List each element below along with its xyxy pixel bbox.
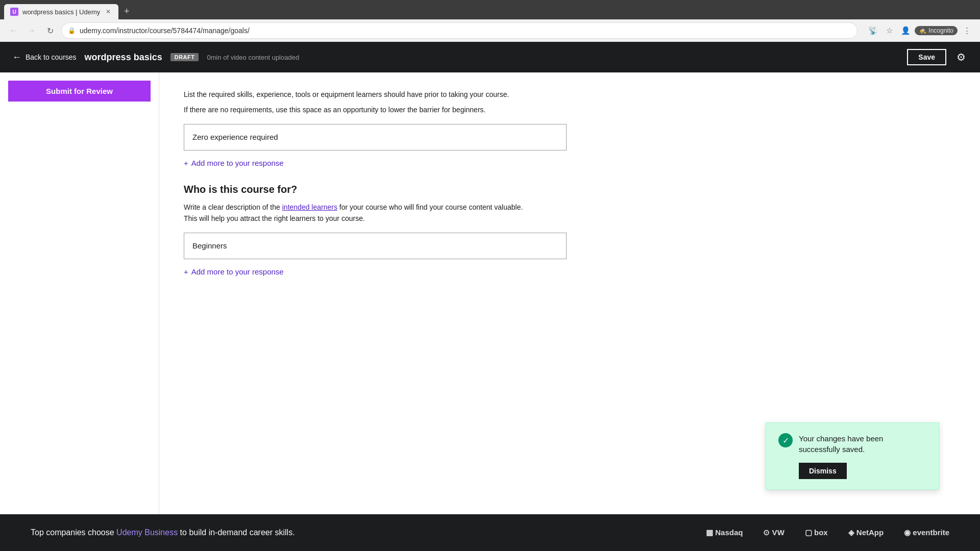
requirements-description: List the required skills, experience, to… [184,89,955,116]
back-to-courses-link[interactable]: ← Back to courses [12,52,77,63]
settings-icon[interactable]: ⚙ [954,49,968,65]
audience-input[interactable] [184,233,567,259]
tab-title: wordpress basics | Udemy [22,8,100,16]
tab-close-button[interactable]: ✕ [104,8,112,16]
footer-text-part1: Top companies choose [31,528,114,537]
audience-add-more-label: Add more to your response [191,267,284,276]
address-bar[interactable]: 🔒 udemy.com/instructor/course/5784474/ma… [61,22,857,39]
requirements-desc-line2: If there are no requirements, use this s… [184,104,955,115]
toast-header: ✓ Your changes have been successfully sa… [778,433,926,455]
new-tab-button[interactable]: + [119,4,134,18]
draft-badge: DRAFT [170,53,199,61]
url-display: udemy.com/instructor/course/5784474/mana… [80,27,851,35]
requirements-add-more-label: Add more to your response [191,159,284,167]
audience-add-more-plus-icon: + [184,267,188,276]
course-title: wordpress basics [85,52,162,63]
incognito-badge: 🕵 Incognito [915,26,958,35]
udemy-business-link[interactable]: Udemy Business [116,528,178,537]
submit-for-review-button[interactable]: Submit for Review [8,81,151,102]
tab-favicon: U [10,8,18,16]
nav-refresh-button[interactable]: ↻ [43,23,57,38]
cast-icon[interactable]: 📡 [866,23,880,38]
requirements-input[interactable] [184,124,567,151]
active-tab[interactable]: U wordpress basics | Udemy ✕ [4,4,118,19]
requirements-section: List the required skills, experience, to… [184,89,955,167]
vw-logo: ⊙ VW [763,528,784,537]
back-label: Back to courses [26,53,77,61]
eventbrite-logo: ◉ eventbrite [904,528,949,537]
footer-text: Top companies choose Udemy Business to b… [31,528,295,537]
profile-icon[interactable]: 👤 [898,23,913,38]
toast-notification: ✓ Your changes have been successfully sa… [766,422,939,490]
audience-desc-part2: for your course who will find your cours… [339,203,523,211]
audience-section-heading: Who is this course for? [184,184,955,195]
toast-message: Your changes have been successfully save… [799,433,926,455]
app-header: ← Back to courses wordpress basics DRAFT… [0,42,980,72]
requirements-desc-line1: List the required skills, experience, to… [184,89,955,100]
footer-logos: ▩ Nasdaq ⊙ VW ▢ box ◈ NetApp ◉ eventbrit… [706,528,949,537]
incognito-icon: 🕵 [919,27,926,34]
netapp-logo: ◈ NetApp [848,528,884,537]
add-more-plus-icon: + [184,159,188,167]
lock-icon: 🔒 [68,27,76,34]
footer-text-part2: to build in-demand career skills. [180,528,295,537]
box-logo: ▢ box [805,528,828,537]
intended-learners-link[interactable]: intended learners [282,203,337,211]
requirements-add-more-link[interactable]: + Add more to your response [184,159,955,167]
browser-menu-button[interactable]: ⋮ [960,23,974,38]
nav-back-button[interactable]: ← [6,23,20,38]
browser-nav-bar: ← → ↻ 🔒 udemy.com/instructor/course/5784… [0,19,980,42]
toast-check-icon: ✓ [778,433,793,447]
toast-dismiss-button[interactable]: Dismiss [799,463,847,479]
nasdaq-logo: ▩ Nasdaq [706,528,743,537]
upload-status: 0min of video content uploaded [207,54,299,61]
footer-banner: Top companies choose Udemy Business to b… [0,514,980,551]
audience-description: Write a clear description of the intende… [184,202,955,224]
nav-forward-button[interactable]: → [24,23,39,38]
browser-nav-icons: 📡 ☆ 👤 🕵 Incognito ⋮ [866,23,974,38]
audience-section: Who is this course for? Write a clear de… [184,184,955,276]
incognito-label: Incognito [928,27,953,34]
browser-tab-bar: U wordpress basics | Udemy ✕ + [0,0,980,19]
bookmark-icon[interactable]: ☆ [882,23,896,38]
audience-add-more-link[interactable]: + Add more to your response [184,267,955,276]
save-button[interactable]: Save [907,49,946,65]
audience-desc-line2: This will help you attract the right lea… [184,214,365,222]
audience-desc-part1: Write a clear description of the [184,203,280,211]
back-arrow-icon: ← [12,52,21,63]
sidebar: Submit for Review [0,72,159,514]
